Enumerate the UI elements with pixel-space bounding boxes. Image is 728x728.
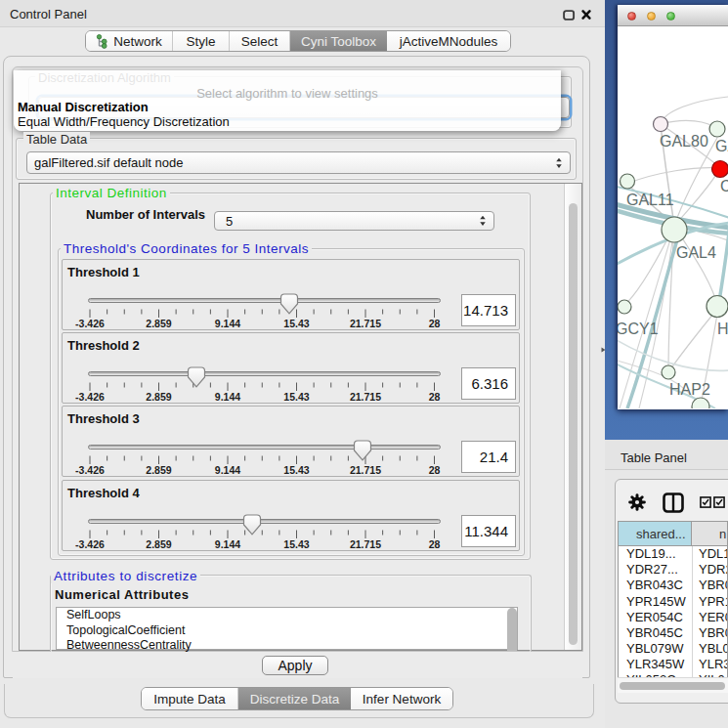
svg-text:GAL11: GAL11 — [626, 192, 674, 208]
svg-text:GAL4: GAL4 — [676, 244, 716, 261]
svg-text:GAL80: GAL80 — [660, 133, 708, 150]
svg-text:HAP2: HAP2 — [669, 381, 710, 398]
svg-text:GCY1: GCY1 — [618, 321, 659, 337]
svg-text:H: H — [717, 321, 728, 337]
svg-text:GA: GA — [715, 138, 728, 154]
svg-text:C: C — [720, 178, 728, 194]
